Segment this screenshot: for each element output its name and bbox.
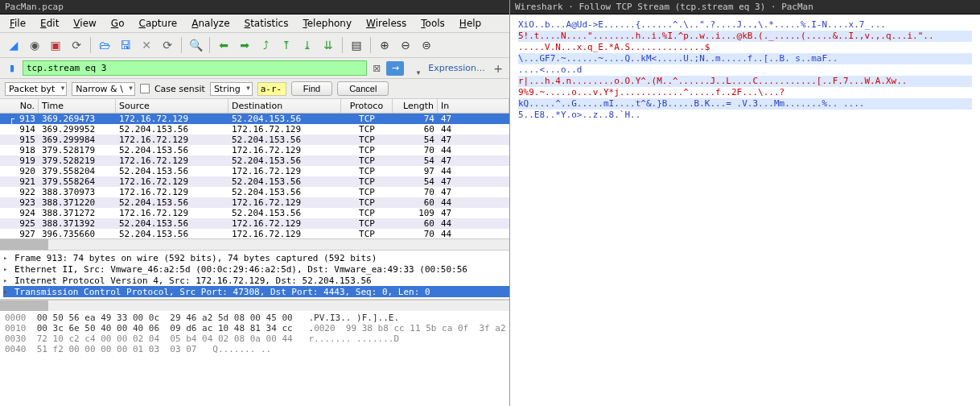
table-row[interactable]: 923388.37122052.204.153.56172.16.72.129T… (0, 197, 509, 208)
columns-icon[interactable]: ▤ (348, 36, 365, 54)
expand-icon[interactable]: ▸ (3, 288, 11, 296)
menu-capture[interactable]: Capture (132, 16, 183, 31)
find-charset-dropdown[interactable]: Narrow & \ (72, 82, 135, 96)
menu-telephony[interactable]: Telephony (296, 16, 358, 31)
menu-tools[interactable]: Tools (414, 16, 451, 31)
follow-stream-content[interactable]: XiO..b...A@Ud->E......{......^.\..".?...… (510, 14, 980, 406)
go-to-icon[interactable]: ⤴ (257, 36, 274, 54)
auto-scroll-icon[interactable]: ⇊ (319, 36, 337, 54)
expression-link[interactable]: Expression… (425, 63, 488, 73)
menubar: FileEditViewGoCaptureAnalyzeStatisticsTe… (0, 14, 509, 33)
zoom-in-icon[interactable]: ⊕ (376, 36, 393, 54)
find-button[interactable]: Find (291, 81, 332, 96)
table-row[interactable]: ┌ 913369.269473172.16.72.12952.204.153.5… (0, 114, 509, 124)
follow-stream-title: Wireshark · Follow TCP Stream (tcp.strea… (510, 0, 980, 14)
cancel-button[interactable]: Cancel (337, 81, 389, 96)
case-sensitive-label: Case sensit (154, 84, 205, 94)
close-file-icon[interactable]: ✕ (138, 36, 155, 54)
reload-icon[interactable]: ⟳ (159, 36, 176, 54)
menu-analyze[interactable]: Analyze (185, 16, 236, 31)
restart-icon[interactable]: ⟳ (68, 36, 85, 54)
packet-details-tree[interactable]: ▸Frame 913: 74 bytes on wire (592 bits),… (0, 250, 509, 300)
display-filter-input[interactable] (23, 60, 367, 76)
tree-row[interactable]: ▸Frame 913: 74 bytes on wire (592 bits),… (3, 252, 509, 263)
find-scope-dropdown[interactable]: Packet byt (5, 82, 67, 96)
tree-row[interactable]: ▸Internet Protocol Version 4, Src: 172.1… (3, 275, 509, 286)
menu-help[interactable]: Help (453, 16, 488, 31)
menu-view[interactable]: View (67, 16, 102, 31)
go-last-icon[interactable]: ⤓ (299, 36, 316, 54)
display-filter-bar: ▮ ⊠ → Expression… + (0, 58, 509, 79)
menu-file[interactable]: File (3, 16, 32, 31)
go-forward-icon[interactable]: ➡ (236, 36, 253, 54)
packet-bytes[interactable]: 0000 00 50 56 ea 49 33 00 0c 29 46 a2 5d… (0, 311, 509, 406)
apply-filter-button[interactable]: → (386, 61, 404, 76)
capture-options-icon[interactable]: ◉ (26, 36, 43, 54)
save-icon[interactable]: 🖫 (117, 36, 134, 54)
packet-details-hscroll[interactable] (0, 300, 509, 311)
table-row[interactable]: 921379.558264172.16.72.12952.204.153.56T… (0, 176, 509, 187)
expand-icon[interactable]: ▸ (3, 265, 11, 273)
zoom-reset-icon[interactable]: ⊜ (418, 36, 435, 54)
bookmark-icon[interactable]: ▮ (5, 61, 19, 76)
menu-go[interactable]: Go (105, 16, 131, 31)
tree-row[interactable]: ▸Ethernet II, Src: Vmware_46:a2:5d (00:0… (3, 263, 509, 275)
table-row[interactable]: 922388.370973172.16.72.12952.204.153.56T… (0, 187, 509, 197)
stop-icon[interactable]: ▣ (47, 36, 64, 54)
packet-list-body[interactable]: ┌ 913369.269473172.16.72.12952.204.153.5… (0, 114, 509, 238)
packet-list[interactable]: No. Time Source Destination Protoco Leng… (0, 99, 509, 238)
go-first-icon[interactable]: ⤒ (278, 36, 295, 54)
window-title: PacMan.pcap (0, 0, 509, 14)
open-file-icon[interactable]: 🗁 (96, 36, 113, 54)
table-row[interactable]: 924388.371272172.16.72.12952.204.153.56T… (0, 208, 509, 218)
clear-filter-icon[interactable]: ⊠ (370, 62, 383, 75)
table-row[interactable]: 919379.528219172.16.72.12952.204.153.56T… (0, 155, 509, 166)
go-back-icon[interactable]: ⬅ (215, 36, 233, 54)
table-row[interactable]: 915369.299984172.16.72.12952.204.153.56T… (0, 135, 509, 145)
add-filter-button[interactable]: + (492, 62, 504, 75)
shark-fin-icon[interactable]: ◢ (5, 36, 23, 54)
find-icon[interactable]: 🔍 (187, 36, 204, 54)
tree-row[interactable]: ▸Transmission Control Protocol, Src Port… (3, 286, 509, 297)
recent-filters-dropdown[interactable] (407, 68, 422, 69)
find-input[interactable] (257, 82, 286, 96)
find-type-dropdown[interactable]: String (210, 82, 253, 96)
packet-list-hscroll[interactable] (0, 238, 509, 250)
zoom-out-icon[interactable]: ⊖ (397, 36, 414, 54)
main-toolbar: ◢ ◉ ▣ ⟳ 🗁 🖫 ✕ ⟳ 🔍 ⬅ ➡ ⤴ ⤒ ⤓ ⇊ ▤ ⊕ ⊖ ⊜ (0, 33, 509, 58)
case-sensitive-checkbox[interactable] (140, 84, 150, 93)
menu-statistics[interactable]: Statistics (238, 16, 295, 31)
expand-icon[interactable]: ▸ (3, 254, 11, 262)
packet-list-header: No. Time Source Destination Protoco Leng… (0, 99, 509, 114)
find-bar: Packet byt Narrow & \ Case sensit String… (0, 79, 509, 99)
table-row[interactable]: 918379.52817952.204.153.56172.16.72.129T… (0, 145, 509, 155)
table-row[interactable]: 925388.37139252.204.153.56172.16.72.129T… (0, 218, 509, 229)
expand-icon[interactable]: ▸ (3, 276, 11, 284)
table-row[interactable]: 927396.73566052.204.153.56172.16.72.129T… (0, 229, 509, 238)
menu-edit[interactable]: Edit (34, 16, 65, 31)
table-row[interactable]: 920379.55820452.204.153.56172.16.72.129T… (0, 166, 509, 176)
table-row[interactable]: 914369.29995252.204.153.56172.16.72.129T… (0, 124, 509, 135)
menu-wireless[interactable]: Wireless (360, 16, 413, 31)
